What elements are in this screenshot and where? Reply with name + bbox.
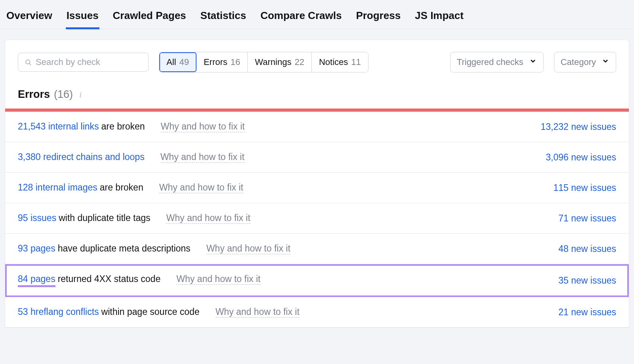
main-tabs: OverviewIssuesCrawled PagesStatisticsCom… xyxy=(0,0,634,29)
issue-link[interactable]: 21,543 internal links xyxy=(18,121,99,132)
chevron-down-icon xyxy=(602,57,609,67)
filter-errors-count: 16 xyxy=(231,57,240,67)
chevron-down-icon xyxy=(529,57,537,67)
filter-errors-label: Errors xyxy=(204,57,227,67)
issue-row: 128 internal images are brokenWhy and ho… xyxy=(5,173,629,203)
issue-rest-text: returned 4XX status code xyxy=(58,274,161,284)
why-and-how-link[interactable]: Why and how to fix it xyxy=(216,307,300,318)
issue-link[interactable]: 53 hreflang conflicts xyxy=(18,307,99,317)
filter-warnings-count: 22 xyxy=(294,57,304,67)
issue-description: 53 hreflang conflicts within page source… xyxy=(18,307,558,318)
triggered-checks-label: Triggered checks xyxy=(457,57,523,67)
tab-issues[interactable]: Issues xyxy=(65,6,100,29)
why-and-how-link[interactable]: Why and how to fix it xyxy=(206,243,290,254)
issue-rest-text: are broken xyxy=(101,121,145,132)
tab-statistics[interactable]: Statistics xyxy=(199,6,248,29)
issue-row: 84 pages returned 4XX status codeWhy and… xyxy=(5,264,629,297)
issue-row: 3,380 redirect chains and loopsWhy and h… xyxy=(5,142,629,173)
why-and-how-link[interactable]: Why and how to fix it xyxy=(166,213,250,224)
filter-notices[interactable]: Notices 11 xyxy=(312,52,368,72)
new-issues-link[interactable]: 115 new issues xyxy=(553,183,616,193)
new-issues-link[interactable]: 48 new issues xyxy=(558,244,616,254)
filter-all-count: 49 xyxy=(179,57,189,67)
tab-compare-crawls[interactable]: Compare Crawls xyxy=(259,6,343,29)
filter-warnings[interactable]: Warnings 22 xyxy=(248,52,312,72)
filter-all-label: All xyxy=(166,57,176,67)
errors-severity-bar xyxy=(5,109,629,112)
issue-description: 3,380 redirect chains and loopsWhy and h… xyxy=(18,152,546,163)
why-and-how-link[interactable]: Why and how to fix it xyxy=(176,274,260,285)
tab-progress[interactable]: Progress xyxy=(354,6,402,29)
issue-row: 93 pages have duplicate meta description… xyxy=(5,234,629,264)
issues-panel: All 49 Errors 16 Warnings 22 Notices 11 … xyxy=(5,40,629,328)
filter-warnings-label: Warnings xyxy=(255,57,291,67)
errors-title: Errors xyxy=(18,88,50,101)
new-issues-link[interactable]: 71 new issues xyxy=(558,213,616,224)
new-issues-link[interactable]: 21 new issues xyxy=(558,307,616,318)
filter-segment: All 49 Errors 16 Warnings 22 Notices 11 xyxy=(159,52,369,72)
search-input[interactable] xyxy=(36,57,142,67)
info-icon[interactable]: i xyxy=(77,90,82,100)
search-icon xyxy=(25,58,32,66)
errors-count: (16) xyxy=(54,88,73,101)
category-label: Category xyxy=(561,57,596,67)
issue-row: 95 issues with duplicate title tagsWhy a… xyxy=(5,203,629,234)
issue-link[interactable]: 95 issues xyxy=(18,213,56,223)
issue-rest-text: with duplicate title tags xyxy=(59,213,150,223)
issue-link[interactable]: 93 pages xyxy=(18,243,55,254)
issue-description: 84 pages returned 4XX status codeWhy and… xyxy=(18,274,558,287)
issue-description: 21,543 internal links are brokenWhy and … xyxy=(18,121,540,132)
controls-bar: All 49 Errors 16 Warnings 22 Notices 11 … xyxy=(5,52,629,72)
issue-rest-text: have duplicate meta descriptions xyxy=(58,243,191,254)
new-issues-link[interactable]: 13,232 new issues xyxy=(540,122,616,132)
svg-point-0 xyxy=(26,60,30,64)
errors-section-header: Errors (16) i xyxy=(5,72,629,109)
issue-link[interactable]: 84 pages xyxy=(18,274,55,287)
why-and-how-link[interactable]: Why and how to fix it xyxy=(161,121,245,132)
why-and-how-link[interactable]: Why and how to fix it xyxy=(159,182,243,193)
triggered-checks-dropdown[interactable]: Triggered checks xyxy=(450,52,544,72)
filter-errors[interactable]: Errors 16 xyxy=(197,52,248,72)
tab-crawled-pages[interactable]: Crawled Pages xyxy=(111,6,188,29)
issue-rest-text: within page source code xyxy=(101,307,200,317)
issue-description: 93 pages have duplicate meta description… xyxy=(18,243,558,254)
issue-link[interactable]: 3,380 redirect chains and loops xyxy=(18,152,145,162)
issue-row: 21,543 internal links are brokenWhy and … xyxy=(5,112,629,142)
issue-description: 95 issues with duplicate title tagsWhy a… xyxy=(18,213,558,224)
issue-rest-text: are broken xyxy=(100,182,143,193)
filter-notices-count: 11 xyxy=(351,57,361,67)
new-issues-link[interactable]: 35 new issues xyxy=(558,275,616,286)
tab-js-impact[interactable]: JS Impact xyxy=(413,6,465,29)
search-box[interactable] xyxy=(18,53,149,72)
issue-link[interactable]: 128 internal images xyxy=(18,182,97,193)
new-issues-link[interactable]: 3,096 new issues xyxy=(546,152,616,163)
tab-overview[interactable]: Overview xyxy=(5,6,54,29)
issue-row: 53 hreflang conflicts within page source… xyxy=(5,297,629,328)
filter-notices-label: Notices xyxy=(319,57,348,67)
category-dropdown[interactable]: Category xyxy=(554,52,616,72)
svg-line-1 xyxy=(30,64,31,65)
issues-list: 21,543 internal links are brokenWhy and … xyxy=(5,112,629,328)
why-and-how-link[interactable]: Why and how to fix it xyxy=(160,152,244,163)
filter-all[interactable]: All 49 xyxy=(159,52,197,72)
issue-description: 128 internal images are brokenWhy and ho… xyxy=(18,182,553,193)
